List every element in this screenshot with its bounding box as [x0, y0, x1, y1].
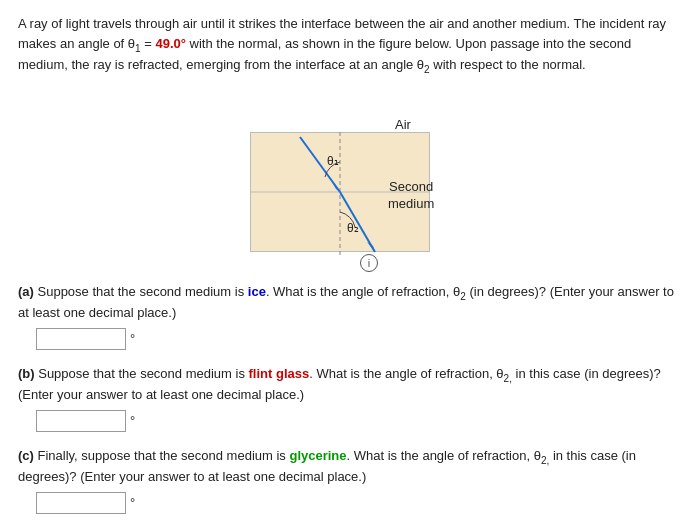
answer-input-b[interactable]: [36, 410, 126, 432]
diagram-wrap: Air Second medium θ₁ θ₂ i: [220, 87, 480, 272]
angle-value: 49.0°: [155, 36, 186, 51]
diagram-container: Air Second medium θ₁ θ₂ i: [18, 87, 682, 272]
svg-text:θ₁: θ₁: [327, 154, 339, 168]
answer-input-c[interactable]: [36, 492, 126, 514]
degree-symbol-a: °: [130, 329, 135, 349]
answer-row-b: °: [36, 410, 682, 432]
answer-input-a[interactable]: [36, 328, 126, 350]
svg-text:θ₂: θ₂: [347, 221, 359, 235]
question-label-a: (a) Suppose that the second medium is ic…: [18, 284, 674, 321]
question-label-c: (c) Finally, suppose that the second med…: [18, 448, 636, 485]
degree-symbol-b: °: [130, 411, 135, 431]
question-part-a: (a) Suppose that the second medium is ic…: [18, 282, 682, 350]
answer-row-c: °: [36, 492, 682, 514]
diagram-svg: θ₁ θ₂: [220, 87, 480, 272]
medium-ice: ice: [248, 284, 266, 299]
medium-flint: flint glass: [249, 366, 310, 381]
degree-symbol-c: °: [130, 493, 135, 513]
question-part-b: (b) Suppose that the second medium is fl…: [18, 364, 682, 432]
medium-glycerine: glycerine: [289, 448, 346, 463]
question-label-b: (b) Suppose that the second medium is fl…: [18, 366, 661, 403]
info-icon[interactable]: i: [360, 254, 378, 272]
answer-row-a: °: [36, 328, 682, 350]
problem-text: A ray of light travels through air until…: [18, 14, 682, 77]
question-part-c: (c) Finally, suppose that the second med…: [18, 446, 682, 514]
